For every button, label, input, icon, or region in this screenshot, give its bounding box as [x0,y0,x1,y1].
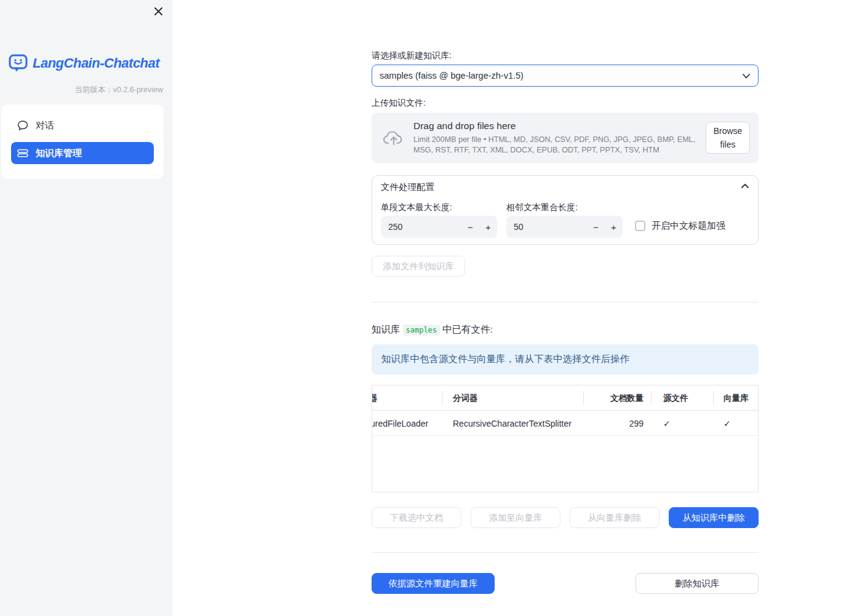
browse-files-button[interactable]: Browse files [706,122,750,154]
col-header-splitter: 分词器 [453,385,582,411]
info-banner: 知识库中包含源文件与向量库，请从下表中选择文件后操作 [372,344,759,374]
overlap-input[interactable]: 50 − + [506,216,623,238]
zh-title-enhance-label: 开启中文标题加强 [652,220,725,232]
app-logo: LangChain-Chatchat [9,54,159,73]
col-header-source-file: 源文件 [663,385,712,411]
dropzone-title: Drag and drop files here [413,120,701,132]
add-to-vector-store-button[interactable]: 添加至向量库 [471,507,560,528]
delete-from-vector-store-button[interactable]: 从向量库删除 [570,507,660,528]
rebuild-vector-store-button[interactable]: 依据源文件重建向量库 [372,573,495,594]
download-selected-button[interactable]: 下载选中文档 [372,507,461,528]
table-header-row: 器 分词器 文档数量 源文件 向量库 [372,385,758,411]
kb-files-table: 器 分词器 文档数量 源文件 向量库 uredFileLoader Recurs… [372,385,759,492]
sidebar-menu: 对话 知识库管理 [1,105,164,179]
dropzone-instructions: Drag and drop files here Limit 200MB per… [413,120,701,155]
delete-kb-button[interactable]: 删除知识库 [636,573,759,594]
delete-from-kb-button[interactable]: 从知识库中删除 [669,507,759,528]
add-files-to-kb-button[interactable]: 添加文件到知识库 [372,256,465,277]
cell-loader: uredFileLoader [372,411,442,436]
heading-suffix: 中已有文件: [442,324,493,334]
chunk-size-input[interactable]: 250 − + [381,216,497,238]
version-info: 当前版本：v0.2.6-preview [74,85,163,95]
sidebar-item-label: 对话 [36,120,54,132]
cloud-upload-icon [383,129,405,146]
upload-label: 上传知识文件: [372,98,426,109]
sidebar-close-icon[interactable] [152,5,164,17]
divider [372,552,759,553]
column-separator [713,391,714,405]
kb-name-code: samples [403,325,440,336]
file-dropzone[interactable]: Drag and drop files here Limit 200MB per… [372,113,759,163]
app-title: LangChain-Chatchat [33,55,159,71]
col-header-vector-store: 向量库 [723,385,758,411]
dropzone-file-limits: Limit 200MB per file • HTML, MD, JSON, C… [413,135,701,155]
cell-doc-count: 299 [583,411,644,436]
file-config-expander-header[interactable]: 文件处理配置 [372,176,758,198]
kb-management-actions: 依据源文件重建向量库 删除知识库 [372,573,759,594]
app-window: LangChain-Chatchat 当前版本：v0.2.6-preview 对… [0,0,849,616]
logo-chat-smiley-icon [9,54,28,73]
heading-prefix: 知识库 [372,324,401,334]
chevron-down-icon [742,72,751,80]
chunk-size-decrement-button[interactable]: − [461,216,479,238]
chunk-size-label: 单段文本最大长度: [381,202,452,213]
col-header-loader: 器 [372,385,442,411]
table-row[interactable]: uredFileLoader RecursiveCharacterTextSpl… [372,411,758,436]
column-separator [583,391,584,405]
zh-title-enhance-option: 开启中文标题加强 [635,220,725,232]
cell-source-file-check: ✓ [663,411,712,436]
column-separator [651,391,652,405]
file-config-expander: 文件处理配置 单段文本最大长度: 相邻文本重合长度: 250 − + 50 − … [372,175,759,245]
expander-title: 文件处理配置 [381,181,434,193]
divider [372,302,759,302]
sidebar: LangChain-Chatchat 当前版本：v0.2.6-preview 对… [0,0,172,616]
chunk-size-value[interactable]: 250 [381,222,461,232]
sidebar-item-knowledge-base[interactable]: 知识库管理 [11,142,154,164]
kb-select-label: 请选择或新建知识库: [372,50,452,61]
kb-select-value: samples (faiss @ bge-large-zh-v1.5) [380,71,742,81]
zh-title-enhance-checkbox[interactable] [635,221,645,231]
stacked-cards-icon [17,148,28,159]
col-header-doc-count: 文档数量 [583,385,644,411]
kb-files-heading: 知识库samples中已有文件: [372,323,493,336]
overlap-increment-button[interactable]: + [605,216,623,238]
file-actions: 下载选中文档 添加至向量库 从向量库删除 从知识库中删除 [372,507,759,528]
version-label: 当前版本： [74,85,113,94]
overlap-label: 相邻文本重合长度: [506,202,578,213]
chat-bubble-icon [17,120,28,131]
overlap-value[interactable]: 50 [506,222,587,232]
version-value: v0.2.6-preview [113,85,163,94]
cell-vector-store-check: ✓ [723,411,758,436]
chunk-size-increment-button[interactable]: + [479,216,497,238]
kb-select[interactable]: samples (faiss @ bge-large-zh-v1.5) [372,65,759,87]
chevron-up-icon [741,183,749,190]
overlap-decrement-button[interactable]: − [587,216,605,238]
cell-splitter: RecursiveCharacterTextSplitter [453,411,582,436]
sidebar-item-dialogue[interactable]: 对话 [11,114,154,136]
column-separator [442,391,442,405]
sidebar-item-label: 知识库管理 [36,148,82,159]
